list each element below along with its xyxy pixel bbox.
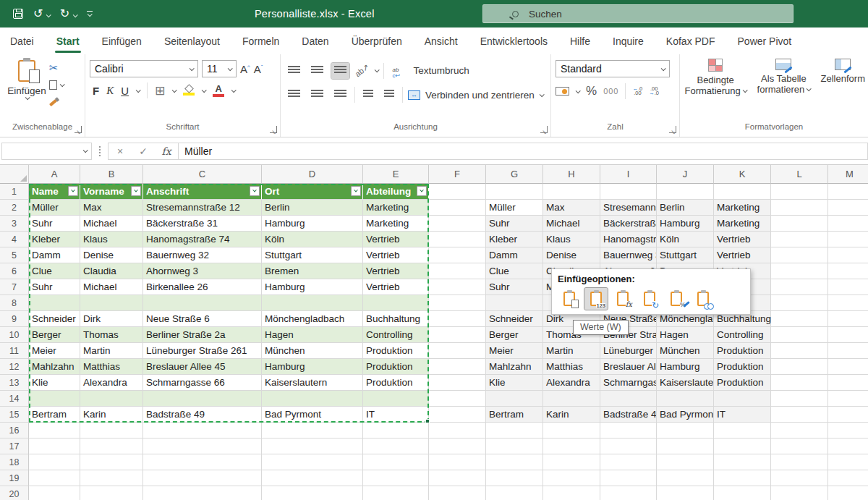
chevron-down-icon[interactable] <box>60 82 65 87</box>
cell-L18[interactable] <box>771 454 828 470</box>
cell-M20[interactable] <box>828 486 868 500</box>
cell-G5[interactable]: Damm <box>486 247 543 263</box>
cell-A14[interactable] <box>29 391 80 407</box>
filter-dropdown-icon[interactable] <box>131 186 141 196</box>
cell-D9[interactable]: Mönchengladbach <box>262 311 363 327</box>
cell-B8[interactable] <box>80 295 143 311</box>
font-dialog-launcher-icon[interactable] <box>270 126 277 133</box>
chevron-down-icon[interactable] <box>136 88 141 93</box>
cell-G8[interactable] <box>486 295 543 311</box>
cell-I11[interactable]: Lüneburger Straße 261 <box>600 343 657 359</box>
redo-button[interactable]: ↻ <box>60 7 77 20</box>
increase-decimal-icon[interactable]: ←.0.00 <box>632 87 642 96</box>
filter-dropdown-icon[interactable] <box>250 186 260 196</box>
cell-F6[interactable] <box>429 263 486 279</box>
row-header-15[interactable]: 15 <box>0 407 29 423</box>
cell-C20[interactable] <box>143 486 262 500</box>
column-header-K[interactable]: K <box>714 165 771 184</box>
cell-F19[interactable] <box>429 470 486 486</box>
fill-color-button[interactable] <box>183 85 195 96</box>
cell-F8[interactable] <box>429 295 486 311</box>
cell-J13[interactable]: Kaiserslautern <box>657 375 714 391</box>
cell-G9[interactable]: Schneider <box>486 311 543 327</box>
cell-F5[interactable] <box>429 247 486 263</box>
paste-option-keep-formatting[interactable] <box>558 288 581 310</box>
tab-formeln[interactable]: Formeln <box>242 27 279 54</box>
cell-D15[interactable]: Bad Pyrmont <box>262 407 363 423</box>
row-header-8[interactable]: 8 <box>0 295 29 311</box>
cell-G16[interactable] <box>486 423 543 438</box>
cell-D19[interactable] <box>262 470 363 486</box>
filter-dropdown-icon[interactable] <box>417 186 427 196</box>
cell-M5[interactable] <box>828 247 868 263</box>
cell-I13[interactable]: Schmarngasse 66 <box>600 375 657 391</box>
cell-I1[interactable] <box>600 184 657 200</box>
cell-E6[interactable]: Vertrieb <box>363 263 429 279</box>
row-header-7[interactable]: 7 <box>0 279 29 295</box>
cell-K4[interactable]: Vertrieb <box>714 232 771 247</box>
cell-J10[interactable]: Hagen <box>657 327 714 343</box>
cell-C19[interactable] <box>143 470 262 486</box>
cell-L19[interactable] <box>771 470 828 486</box>
cell-J19[interactable] <box>657 470 714 486</box>
column-header-M[interactable]: M <box>828 165 868 184</box>
cell-A15[interactable]: Bertram <box>29 407 80 423</box>
cell-J3[interactable]: Hamburg <box>657 216 714 232</box>
cell-K2[interactable]: Marketing <box>714 200 771 216</box>
cell-A13[interactable]: Klie <box>29 375 80 391</box>
cell-C15[interactable]: Badstraße 49 <box>143 407 262 423</box>
cell-C4[interactable]: Hanomagstraße 74 <box>143 232 262 247</box>
cell-A9[interactable]: Schneider <box>29 311 80 327</box>
cell-H1[interactable] <box>543 184 600 200</box>
cell-F13[interactable] <box>429 375 486 391</box>
cell-E20[interactable] <box>363 486 429 500</box>
cell-G11[interactable]: Meier <box>486 343 543 359</box>
cell-E16[interactable] <box>363 423 429 438</box>
row-header-2[interactable]: 2 <box>0 200 29 216</box>
cell-D6[interactable]: Bremen <box>262 263 363 279</box>
cell-H15[interactable]: Karin <box>543 407 600 423</box>
cell-D13[interactable]: Kaiserslautern <box>262 375 363 391</box>
cell-D11[interactable]: München <box>262 343 363 359</box>
cell-I19[interactable] <box>600 470 657 486</box>
row-header-20[interactable]: 20 <box>0 486 29 500</box>
cell-J18[interactable] <box>657 454 714 470</box>
row-header-13[interactable]: 13 <box>0 375 29 391</box>
cell-L15[interactable] <box>771 407 828 423</box>
cell-C12[interactable]: Breslauer Allee 45 <box>143 359 262 375</box>
cell-G14[interactable] <box>486 391 543 407</box>
cell-H4[interactable]: Klaus <box>543 232 600 247</box>
cell-K12[interactable]: Produktion <box>714 359 771 375</box>
cell-F9[interactable] <box>429 311 486 327</box>
cell-L3[interactable] <box>771 216 828 232</box>
cell-A18[interactable] <box>29 454 80 470</box>
row-header-6[interactable]: 6 <box>0 263 29 279</box>
row-header-12[interactable]: 12 <box>0 359 29 375</box>
comma-style-button[interactable]: 000 <box>603 87 618 96</box>
cell-E17[interactable] <box>363 438 429 454</box>
cell-I15[interactable]: Badstraße 49 <box>600 407 657 423</box>
column-header-I[interactable]: I <box>600 165 657 184</box>
cell-C10[interactable]: Berliner Straße 2a <box>143 327 262 343</box>
cell-M11[interactable] <box>828 343 868 359</box>
formula-input[interactable]: Müller <box>179 143 868 160</box>
cell-E8[interactable] <box>363 295 429 311</box>
cell-H19[interactable] <box>543 470 600 486</box>
cell-A1[interactable]: Name <box>29 184 80 200</box>
align-bottom-button[interactable] <box>331 63 349 79</box>
align-center-button[interactable] <box>308 87 326 103</box>
insert-function-button[interactable]: fx <box>155 145 178 157</box>
orientation-button[interactable]: ab↗ <box>353 62 371 79</box>
cell-E5[interactable]: Vertrieb <box>363 247 429 263</box>
cell-A16[interactable] <box>29 423 80 438</box>
cell-A8[interactable] <box>29 295 80 311</box>
cell-M13[interactable] <box>828 375 868 391</box>
cell-D17[interactable] <box>262 438 363 454</box>
cell-E2[interactable]: Marketing <box>363 200 429 216</box>
merge-center-label[interactable]: Verbinden und zentrieren <box>425 90 535 101</box>
cell-B6[interactable]: Claudia <box>80 263 143 279</box>
cell-L9[interactable] <box>771 311 828 327</box>
cell-M2[interactable] <box>828 200 868 216</box>
cell-F11[interactable] <box>429 343 486 359</box>
tab-daten[interactable]: Daten <box>302 27 328 54</box>
